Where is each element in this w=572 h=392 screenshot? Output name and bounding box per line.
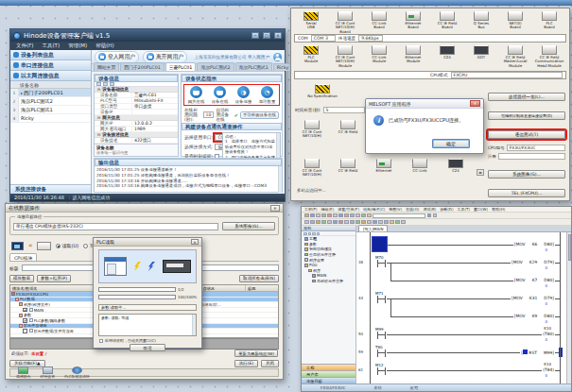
toolbar-icon[interactable] [427, 213, 432, 218]
no-specification-cell[interactable]: No Specification [294, 84, 351, 98]
ladder-rung[interactable]: 50 M99 K10 T80 0 [356, 325, 566, 343]
nav-button-project[interactable]: 工程 [302, 364, 355, 370]
menu-tools[interactable]: 工具(T) [42, 43, 60, 49]
toolbar-icon[interactable] [321, 220, 326, 225]
progress-title-bar[interactable]: PLC读取 × [94, 238, 201, 247]
sidebar-section-serial[interactable]: 串口连接信息 [10, 60, 91, 71]
comment-field[interactable] [498, 153, 565, 160]
time-check-field[interactable]: 5 [323, 107, 365, 113]
toolbar-icon[interactable] [338, 213, 343, 218]
message-title-bar[interactable]: MELSOFT 应用程序 × [366, 99, 483, 109]
menu-item[interactable]: 工程(P) [304, 207, 318, 212]
close-button[interactable]: × [274, 32, 282, 39]
comm-test-button[interactable]: 通信测试(T) [488, 130, 565, 139]
menu-item[interactable]: 工具(T) [457, 207, 470, 212]
menu-file[interactable]: 文件(F) [16, 43, 33, 49]
connection-list-button[interactable]: 连接路径一览(L)... [488, 93, 565, 101]
if-cell[interactable]: CC IE Cont NET/10(H) Board [328, 11, 362, 34]
message-ok-button[interactable]: 确定 [432, 139, 470, 148]
toolbar-icon[interactable] [390, 220, 394, 225]
if-cell[interactable]: CC IE Field Board [430, 11, 464, 34]
login-user-button[interactable]: 登入网用户 [95, 51, 139, 63]
toolbar-icon[interactable] [373, 220, 377, 225]
menu-item[interactable]: 搜索/替换(F) [338, 207, 359, 212]
tel-button[interactable]: TEL (FXCPU)... [488, 189, 565, 197]
close-icon[interactable]: × [191, 239, 199, 245]
close-icon[interactable]: × [470, 100, 480, 107]
page-arrows[interactable]: ◂▸ [477, 169, 484, 176]
toolbar-icon[interactable] [338, 220, 343, 225]
menu-help[interactable]: 帮助(H) [95, 43, 113, 49]
toolbar-icon[interactable] [316, 220, 321, 225]
system-image-button[interactable]: 系统图像(G)... [222, 222, 275, 230]
if-cell-serial-usb[interactable]: Serial USB [294, 11, 328, 34]
toolbar-icon[interactable] [333, 213, 338, 218]
toolbar-icon[interactable] [384, 220, 389, 225]
clock-setting-item[interactable]: 时钟设置 [41, 366, 56, 380]
title-bar[interactable]: Hinode设备管理客户端 v1.5 ─ □ × [10, 29, 285, 42]
device-row[interactable]: 2海尔PLC测试2 [10, 97, 91, 106]
ladder-rung[interactable]: 44 M71 MOVK31D79 0 [356, 289, 566, 307]
toolbar-icon[interactable] [361, 213, 366, 218]
toolbar-icon[interactable] [367, 220, 372, 225]
cpu-module-tab[interactable]: CPU模块 [9, 253, 37, 261]
ladder-editor[interactable]: MOVK6D80 0 38 M70 MOVK29D79 0 MOVK7D80 0 [356, 232, 566, 383]
refresh-info-button[interactable]: 更新为最新信息(W) [234, 349, 278, 357]
row-checkbox[interactable] [23, 308, 27, 313]
menu-item[interactable]: 窗口(W) [474, 207, 488, 212]
toolbar-icon[interactable] [310, 213, 315, 218]
toolbar-icon[interactable] [350, 220, 355, 225]
nav-button-user-library[interactable]: 用户库 [302, 370, 355, 377]
toolbar-icon[interactable] [310, 220, 315, 225]
toolbar-icon[interactable] [378, 220, 383, 225]
document-tab[interactable]: [写入]MAIN [358, 225, 388, 231]
maximize-button[interactable]: □ [263, 32, 270, 39]
toolbar-icon[interactable] [355, 220, 360, 225]
toolbar-icon[interactable] [433, 213, 438, 218]
manual-check-button[interactable]: 手动检测设备在线 [240, 111, 279, 119]
close-icon[interactable]: × [270, 205, 280, 212]
param-program-button[interactable]: 参数+程序(P) [37, 275, 71, 282]
tab-device[interactable]: 海尔PLC测试2 [197, 62, 234, 71]
route-cell[interactable]: CC IE Cont NET/10(H) [294, 159, 330, 178]
radio-read[interactable]: 读取(U) [56, 243, 79, 248]
logout-user-button[interactable]: 离开网用户 [143, 51, 187, 63]
tab-device[interactable]: 西门子200PLC01 [120, 62, 165, 71]
plc-memory-clear-item[interactable]: PLC存储器清除 [64, 366, 90, 380]
toolbar-icon[interactable] [401, 220, 406, 225]
toolbar-icon[interactable] [395, 220, 400, 225]
tree-item[interactable]: 局部软元件注释 [302, 279, 355, 284]
menu-item[interactable]: 转换/编译(C) [363, 207, 385, 212]
ladder-branch[interactable]: MOVK7D80 0 [356, 271, 566, 289]
menu-manage[interactable]: 管理(M) [68, 43, 87, 49]
sidebar-section-ethernet[interactable]: 以太网连接信息 [10, 71, 91, 81]
user-avatar-icon[interactable] [273, 53, 282, 61]
direct-connect-setup-button[interactable]: 可编程控制器直接连接设置(D) [488, 111, 565, 120]
if-cell[interactable]: NET(II) Board [498, 11, 532, 34]
auto-close-checkbox[interactable] [99, 339, 103, 343]
if-cell[interactable]: CC IE Cont NET/10(H) Module [328, 45, 362, 68]
nav-button-connection[interactable]: 连接目标 [302, 377, 355, 383]
cancel-all-select-button[interactable]: 取消所有选择(N) [239, 275, 279, 282]
menu-item[interactable]: 视图(V) [389, 207, 402, 212]
progress-cancel-button[interactable]: 取消 [130, 344, 165, 351]
if-cell[interactable]: Ethernet Module [396, 45, 430, 68]
toolbar-icon[interactable] [355, 213, 360, 218]
route-cell[interactable]: CC IE Field [330, 120, 366, 139]
if-cell[interactable]: C24 [430, 45, 464, 68]
menu-item[interactable]: 诊断(D) [440, 207, 453, 212]
toolbar-icon[interactable] [333, 220, 338, 225]
row-checkbox[interactable] [23, 329, 27, 333]
row-checkbox[interactable] [23, 318, 27, 323]
ladder-branch[interactable]: MOVK9D80 0 [356, 307, 566, 325]
vertical-scrollbar[interactable] [566, 232, 571, 383]
if-cell-plc-module[interactable]: PLC Module [294, 45, 328, 68]
auto-close-option[interactable]: 处理结束时，自动关闭窗口(C) [99, 338, 156, 343]
sidebar-section-device-list[interactable]: 设备列表信息 [10, 50, 91, 60]
ladder-rung[interactable]: 38 M70 MOVK29D79 0 [356, 253, 566, 271]
ladder-rung[interactable]: MOVK6D80 0 [356, 235, 566, 253]
tab-home[interactable]: 网站主页 [94, 62, 119, 71]
if-cell[interactable]: CC IE Field Master/Local Module [498, 45, 532, 68]
baud-value-field[interactable]: 9.6Kbps [358, 35, 383, 42]
toolbar-icon[interactable] [327, 213, 332, 218]
